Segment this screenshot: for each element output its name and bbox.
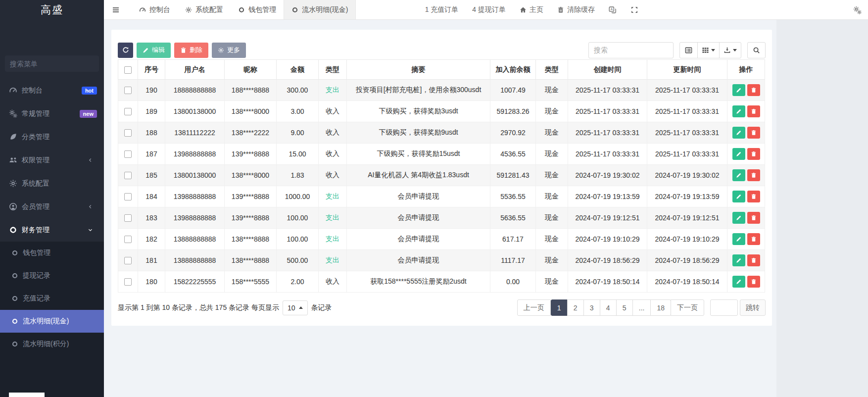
select-all-checkbox[interactable]	[124, 66, 132, 74]
row-checkbox[interactable]	[124, 108, 132, 115]
sidebar-item-控制台[interactable]: 控制台hot	[0, 79, 104, 102]
row-edit-button[interactable]	[732, 127, 745, 139]
sidebar-subitem-流水明细(现金)[interactable]: 流水明细(现金)	[0, 310, 104, 333]
nav-link-1 充值订单[interactable]: 1 充值订单	[425, 5, 459, 14]
row-edit-button[interactable]	[732, 169, 745, 181]
table-row[interactable]: 18913800138000138****80003.00收入下级购买，获得奖励…	[118, 101, 765, 122]
more-button[interactable]: 更多	[212, 43, 246, 58]
sidebar-item-系统配置[interactable]: 系统配置	[0, 172, 104, 195]
row-checkbox[interactable]	[124, 129, 132, 137]
row-edit-button[interactable]	[732, 105, 745, 117]
sidebar-item-财务管理[interactable]: 财务管理	[0, 218, 104, 242]
sidebar-search[interactable]	[5, 55, 99, 72]
row-edit-button[interactable]	[732, 276, 745, 288]
row-delete-button[interactable]	[747, 105, 760, 117]
row-checkbox[interactable]	[124, 193, 132, 200]
hamburger-icon[interactable]	[104, 0, 128, 19]
fullscreen-icon[interactable]	[630, 6, 638, 14]
column-header-更新时间[interactable]: 更新时间	[647, 60, 727, 80]
prev-page-button[interactable]: 上一页	[517, 299, 551, 316]
column-header-类型[interactable]: 类型	[319, 60, 347, 80]
row-edit-button[interactable]	[732, 254, 745, 266]
row-delete-button[interactable]	[747, 127, 760, 139]
column-header-昵称[interactable]: 昵称	[225, 60, 277, 80]
export-button[interactable]	[719, 42, 741, 58]
column-header-加入前余额[interactable]: 加入前余额	[490, 60, 536, 80]
row-edit-button[interactable]	[732, 84, 745, 96]
table-row[interactable]: 19018888888888188****8888300.00支出投资项目[村部…	[118, 80, 765, 101]
column-header-创建时间[interactable]: 创建时间	[568, 60, 647, 80]
tab-流水明细(现金)[interactable]: 流水明细(现金)	[284, 0, 356, 19]
row-delete-button[interactable]	[747, 276, 760, 288]
row-delete-button[interactable]	[747, 148, 760, 160]
table-row[interactable]: 18113888888888138****8888500.00支出会员申请提现1…	[118, 250, 765, 271]
search-toggle-button[interactable]	[747, 42, 766, 58]
nav-link-4 提现订单[interactable]: 4 提现订单	[472, 5, 506, 14]
language-icon[interactable]: A	[609, 6, 617, 14]
columns-button[interactable]	[697, 42, 720, 58]
column-header-类型[interactable]: 类型	[536, 60, 568, 80]
sidebar-subitem-提现记录[interactable]: 提现记录	[0, 264, 104, 287]
detail-view-button[interactable]	[679, 42, 698, 58]
sidebar-item-会员管理[interactable]: 会员管理	[0, 195, 104, 218]
row-checkbox[interactable]	[124, 214, 132, 222]
sidebar-item-分类管理[interactable]: 分类管理	[0, 125, 104, 149]
page-button-18[interactable]: 18	[650, 299, 671, 316]
table-search-input[interactable]	[588, 42, 674, 58]
row-delete-button[interactable]	[747, 191, 760, 202]
row-checkbox[interactable]	[124, 257, 132, 264]
row-checkbox[interactable]	[124, 278, 132, 286]
next-page-button[interactable]: 下一页	[671, 299, 704, 316]
row-edit-button[interactable]	[732, 148, 745, 160]
page-button-2[interactable]: 2	[567, 299, 584, 316]
page-button-1[interactable]: 1	[551, 299, 568, 316]
row-delete-button[interactable]	[747, 84, 760, 96]
row-username: 13800138000	[165, 165, 225, 186]
jump-button[interactable]: 跳转	[740, 299, 766, 316]
sidebar-item-常规管理[interactable]: 常规管理new	[0, 102, 104, 125]
row-checkbox[interactable]	[124, 172, 132, 179]
tab-系统配置[interactable]: 系统配置	[178, 0, 231, 19]
row-checkbox[interactable]	[124, 150, 132, 158]
refresh-button[interactable]	[118, 43, 133, 58]
table-row[interactable]: 18713988888888139****888815.00收入下级购买，获得奖…	[118, 144, 765, 165]
page-button-3[interactable]: 3	[583, 299, 600, 316]
nav-link-主页[interactable]: 主页	[520, 5, 543, 14]
table-row[interactable]: 18213888888888138****8888100.00支出会员申请提现6…	[118, 229, 765, 250]
page-button-5[interactable]: 5	[616, 299, 633, 316]
page-size-dropdown[interactable]: 10	[283, 300, 308, 315]
table-row[interactable]: 18313988888888139****8888100.00支出会员申请提现5…	[118, 207, 765, 229]
table-row[interactable]: 18413988888888139****88881000.00支出会员申请提现…	[118, 186, 765, 207]
sidebar-item-权限管理[interactable]: 权限管理	[0, 149, 104, 172]
column-header-用户名[interactable]: 用户名	[165, 60, 225, 80]
delete-button[interactable]: 删除	[174, 43, 208, 58]
row-delete-button[interactable]	[747, 212, 760, 224]
row-edit-button[interactable]	[732, 233, 745, 245]
edit-button[interactable]: 编辑	[137, 43, 171, 58]
sidebar-subitem-流水明细(积分)[interactable]: 流水明细(积分)	[0, 333, 104, 355]
column-header-金额[interactable]: 金额	[277, 60, 319, 80]
sidebar-search-input[interactable]	[10, 60, 99, 68]
table-row[interactable]: 18513800138000138****80001.83收入AI量化机器人 第…	[118, 165, 765, 186]
column-header-摘要[interactable]: 摘要	[347, 60, 490, 80]
page-button-4[interactable]: 4	[600, 299, 617, 316]
tab-控制台[interactable]: 控制台	[132, 0, 178, 19]
column-header-序号[interactable]: 序号	[138, 60, 165, 80]
row-edit-button[interactable]	[732, 191, 745, 202]
row-checkbox[interactable]	[124, 87, 132, 94]
tab-钱包管理[interactable]: 钱包管理	[231, 0, 284, 19]
settings-gears-icon[interactable]	[853, 0, 862, 20]
column-header-操作[interactable]: 操作	[727, 60, 765, 80]
row-edit-button[interactable]	[732, 212, 745, 224]
sidebar-subitem-钱包管理[interactable]: 钱包管理	[0, 242, 104, 264]
nav-link-清除缓存[interactable]: 清除缓存	[557, 5, 595, 14]
table-row[interactable]: 18813811112222138****22229.00收入下级购买，获得奖励…	[118, 122, 765, 144]
sidebar-subitem-充值记录[interactable]: 充值记录	[0, 287, 104, 310]
jump-page-input[interactable]	[710, 299, 738, 316]
row-created-time: 2025-11-17 03:33:31	[568, 144, 647, 165]
row-checkbox[interactable]	[124, 236, 132, 243]
table-row[interactable]: 18015822225555158****55552.00收入获取158****…	[118, 271, 765, 293]
row-delete-button[interactable]	[747, 169, 760, 181]
row-delete-button[interactable]	[747, 233, 760, 245]
row-delete-button[interactable]	[747, 254, 760, 266]
